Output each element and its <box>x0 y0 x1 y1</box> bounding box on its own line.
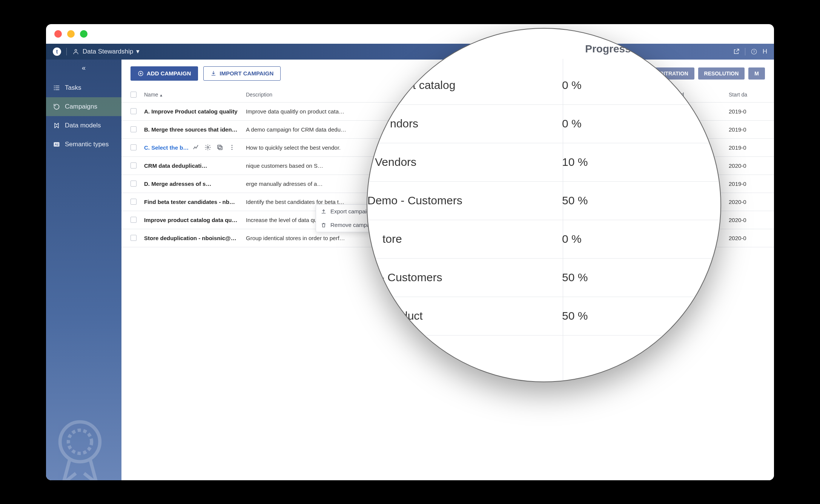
col-name[interactable]: Name <box>140 92 242 98</box>
magnifier-name: Vendors <box>367 156 562 169</box>
svg-point-5 <box>60 422 100 462</box>
row-name: D. Merge adresses of s… <box>140 181 242 187</box>
help-icon[interactable]: ? <box>751 48 757 55</box>
row-checkbox[interactable] <box>131 126 137 132</box>
campaigns-icon <box>53 103 60 110</box>
magnifier-name: o - Customers <box>367 271 562 284</box>
row-name: C. Select the be… <box>144 144 189 151</box>
row-name: Improve product catalog data qua… <box>140 217 242 223</box>
svg-point-11 <box>232 145 233 146</box>
import-campaign-button[interactable]: IMPORT CAMPAIGN <box>203 66 281 81</box>
sidebar-item-label: Campaigns <box>65 103 97 110</box>
divider <box>66 48 67 55</box>
filter-chip-more[interactable]: M <box>748 67 765 80</box>
sidebar-item-semantic-types[interactable]: Az Semantic types <box>46 135 121 154</box>
magnifier-row: tore 0 % <box>367 220 720 259</box>
help-label: H <box>763 48 767 55</box>
close-window-icon[interactable] <box>54 30 62 38</box>
trash-icon <box>321 222 327 228</box>
select-all-checkbox[interactable] <box>131 92 137 98</box>
magnifier-row: duct 50 % <box>367 297 720 335</box>
sidebar-item-tasks[interactable]: Tasks <box>46 78 121 97</box>
magnifier-row: ndors 0 % <box>367 105 720 143</box>
row-name: A. Improve Product catalog quality <box>140 108 242 115</box>
col-description[interactable]: Description <box>242 92 393 98</box>
workspace-icon <box>72 48 80 55</box>
download-icon <box>210 70 217 77</box>
row-start: 2019-0 <box>725 126 774 133</box>
magnifier-value: 50 % <box>562 194 720 207</box>
chart-icon[interactable] <box>192 143 200 152</box>
col-start[interactable]: Start da <box>725 92 774 98</box>
row-checkbox[interactable] <box>131 108 137 114</box>
svg-rect-10 <box>218 145 221 149</box>
row-start: 2020-0 <box>725 162 774 169</box>
sidebar-item-label: Tasks <box>65 84 81 92</box>
button-label: IMPORT CAMPAIGN <box>220 70 273 77</box>
maximize-window-icon[interactable] <box>80 30 88 38</box>
svg-point-0 <box>75 49 77 51</box>
minimize-window-icon[interactable] <box>67 30 75 38</box>
row-description: Improve data qualitly on product cata… <box>242 108 393 115</box>
row-checkbox[interactable] <box>131 199 137 205</box>
data-models-icon <box>53 122 60 129</box>
magnifier-value: 0 % <box>562 117 720 130</box>
gear-icon[interactable] <box>204 143 212 152</box>
copy-icon[interactable] <box>216 143 224 152</box>
svg-point-13 <box>232 149 233 150</box>
collapse-sidebar-button[interactable]: « <box>79 63 89 73</box>
add-campaign-button[interactable]: ADD CAMPAIGN <box>131 66 198 81</box>
svg-point-8 <box>207 147 209 149</box>
filter-chip-resolution[interactable]: RESOLUTION <box>698 67 745 80</box>
svg-text:Az: Az <box>55 142 58 146</box>
magnifier-row: Vendors 10 % <box>367 143 720 182</box>
magnifier-name: tore <box>367 233 562 245</box>
chevron-down-icon: ▾ <box>136 47 140 55</box>
magnifier-value: 0 % <box>562 233 720 245</box>
semantic-types-icon: Az <box>53 141 60 148</box>
row-checkbox[interactable] <box>131 144 137 150</box>
tasks-icon <box>53 84 60 92</box>
app-logo-icon[interactable]: t <box>53 47 61 56</box>
divider <box>745 48 745 55</box>
row-start: 2019-0 <box>725 144 774 151</box>
app-switcher-label: Data Stewardship <box>83 48 133 55</box>
export-icon <box>321 208 327 214</box>
magnifier-overlay: Progress t catalog 0 % ndors 0 % Vendors… <box>367 28 721 382</box>
window-controls <box>46 24 774 44</box>
row-start: 2020-0 <box>725 217 774 223</box>
sidebar-item-label: Semantic types <box>65 141 109 148</box>
row-start: 2020-0 <box>725 199 774 205</box>
row-start: 2019-0 <box>725 181 774 187</box>
open-external-icon[interactable] <box>733 48 740 55</box>
svg-text:?: ? <box>753 50 755 54</box>
plus-circle-icon <box>138 70 144 77</box>
magnifier-row: Demo - Customers 50 % <box>367 182 720 220</box>
more-icon[interactable] <box>228 143 236 152</box>
row-name: CRM data deduplicati… <box>140 162 242 169</box>
sidebar-item-data-models[interactable]: Data models <box>46 116 121 135</box>
row-checkbox[interactable] <box>131 217 137 223</box>
row-description: How to quickly select the best vendor. <box>242 144 393 151</box>
sidebar: « Tasks Campaigns Data models <box>46 60 121 480</box>
row-description: A demo campaign for CRM data dedu… <box>242 126 393 133</box>
app-header: t Data Stewardship ▾ ? H <box>46 44 774 60</box>
button-label: ADD CAMPAIGN <box>147 70 191 77</box>
ribbon-badge-icon <box>46 409 121 480</box>
magnifier-name: ndors <box>367 117 562 130</box>
row-checkbox[interactable] <box>131 162 137 169</box>
magnifier-value: 10 % <box>562 156 720 169</box>
row-actions <box>192 143 236 152</box>
svg-point-12 <box>232 147 233 148</box>
row-start: 2020-0 <box>725 235 774 241</box>
row-name: Store deduplication - nboisnic@p… <box>140 235 242 241</box>
svg-rect-9 <box>219 146 222 150</box>
row-start: 2019-0 <box>725 108 774 115</box>
sidebar-item-campaigns[interactable]: Campaigns <box>46 97 121 116</box>
row-checkbox[interactable] <box>131 235 137 241</box>
row-checkbox[interactable] <box>131 181 137 187</box>
app-switcher[interactable]: Data Stewardship ▾ <box>72 47 140 55</box>
magnifier-name: Demo - Customers <box>367 194 562 207</box>
app-window: t Data Stewardship ▾ ? H « Tasks <box>46 24 774 480</box>
row-name: Find beta tester candidates - nboi… <box>140 199 242 205</box>
